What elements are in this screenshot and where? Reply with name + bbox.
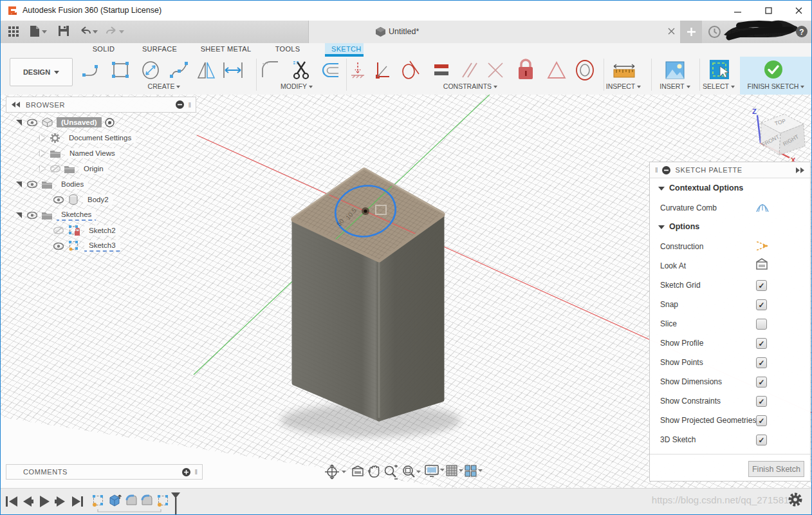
panel-grip[interactable]: ‖	[655, 166, 658, 174]
mirror-tool-icon[interactable]	[196, 60, 217, 80]
tree-label[interactable]: Named Views	[65, 148, 120, 158]
visibility-off-eye-icon[interactable]	[50, 165, 60, 173]
look-at-tool[interactable]	[353, 466, 363, 476]
timeline-fillet-feature[interactable]	[127, 496, 136, 505]
show-dimensions-checkbox[interactable]	[756, 377, 767, 388]
activate-component-radio-icon[interactable]	[105, 118, 115, 127]
measure-tool-icon[interactable]	[612, 61, 636, 79]
expand-panel-icon[interactable]	[796, 167, 805, 173]
palette-minimize-icon[interactable]	[662, 166, 670, 174]
sketch-grid-checkbox[interactable]	[756, 280, 767, 291]
create-group-label[interactable]: CREATE	[132, 82, 196, 91]
browser-minimize-icon[interactable]	[176, 100, 184, 109]
line-tool-icon[interactable]	[81, 60, 102, 80]
constraint-symmetry-icon[interactable]	[486, 61, 505, 80]
grid-display-tool[interactable]	[447, 465, 463, 476]
collapsed-arrow-icon[interactable]	[40, 135, 45, 141]
tree-label[interactable]: Sketch2	[84, 225, 120, 236]
pan-tool[interactable]	[369, 466, 379, 477]
constraint-polygon-icon[interactable]	[547, 61, 566, 80]
viewports-tool[interactable]	[465, 465, 483, 476]
visibility-off-eye-icon[interactable]	[53, 227, 64, 234]
offset-tool-icon[interactable]	[320, 60, 341, 80]
file-menu-icon[interactable]	[30, 26, 39, 37]
expanded-arrow-icon[interactable]	[16, 120, 22, 126]
workspace-design-dropdown[interactable]: DESIGN	[10, 58, 73, 86]
visibility-eye-icon[interactable]	[53, 196, 64, 203]
expanded-arrow-icon[interactable]	[16, 182, 22, 187]
contextual-options-section[interactable]: Contextual Options	[658, 183, 743, 192]
document-tab-close-icon[interactable]	[668, 28, 675, 35]
finish-sketch-check-icon[interactable]	[764, 60, 783, 79]
insert-image-icon[interactable]	[665, 60, 685, 80]
show-profile-checkbox[interactable]	[756, 338, 767, 349]
constraint-equal-icon[interactable]	[433, 62, 450, 78]
add-comment-icon[interactable]	[182, 468, 190, 476]
go-to-start-button[interactable]	[6, 496, 17, 507]
select-tool-icon[interactable]	[708, 59, 732, 82]
tree-row-root[interactable]: (Unsaved)	[6, 115, 196, 129]
tab-sheet-metal[interactable]: SHEET METAL	[194, 45, 258, 56]
constraint-parallel-icon[interactable]	[460, 61, 479, 80]
expanded-arrow-icon[interactable]	[16, 212, 22, 218]
collapsed-arrow-icon[interactable]	[40, 150, 45, 156]
view-cube[interactable]: Z X TOP FRONT RIGHT	[752, 108, 805, 164]
undo-caret[interactable]	[93, 30, 98, 33]
tree-label[interactable]: (Unsaved)	[57, 117, 102, 127]
sketch-dimension-tool-icon[interactable]	[221, 60, 245, 80]
comments-panel[interactable]: COMMENTS ‖	[6, 464, 203, 480]
constraint-perpendicular-icon[interactable]	[374, 61, 391, 80]
file-menu-caret[interactable]	[42, 30, 47, 33]
collapse-panel-icon[interactable]	[12, 102, 21, 108]
step-back-button[interactable]	[23, 496, 33, 507]
finish-sketch-label[interactable]: FINISH SKETCH	[741, 82, 811, 91]
tab-surface[interactable]: SURFACE	[137, 45, 182, 56]
collapsed-arrow-icon[interactable]	[40, 165, 45, 172]
display-settings-tool[interactable]	[425, 465, 445, 476]
tree-label[interactable]: Bodies	[57, 179, 88, 189]
timeline-sketch-feature[interactable]	[93, 495, 103, 507]
visibility-eye-icon[interactable]	[27, 212, 37, 219]
show-points-checkbox[interactable]	[756, 357, 767, 368]
visibility-eye-icon[interactable]	[27, 119, 37, 126]
new-document-tab-button[interactable]	[680, 21, 702, 43]
timeline-extrude-feature[interactable]	[110, 495, 122, 506]
undo-icon[interactable]	[79, 26, 91, 35]
tree-row-origin[interactable]: Origin	[6, 162, 196, 176]
3d-sketch-checkbox[interactable]	[756, 435, 767, 445]
constraint-horizontal-vertical-icon[interactable]	[350, 61, 367, 80]
visibility-eye-icon[interactable]	[27, 181, 37, 188]
modify-group-label[interactable]: MODIFY	[264, 82, 329, 91]
zoom-tool[interactable]	[385, 465, 398, 479]
tree-label[interactable]: Sketch3	[84, 240, 120, 252]
redo-icon[interactable]	[106, 26, 118, 35]
timeline-playhead[interactable]	[171, 492, 180, 514]
timeline-fillet-feature[interactable]	[142, 496, 152, 505]
help-icon[interactable]: ?	[796, 26, 807, 37]
tree-label[interactable]: Origin	[79, 164, 108, 174]
snap-checkbox[interactable]	[756, 299, 767, 310]
finish-sketch-button[interactable]: Finish Sketch	[748, 461, 804, 477]
show-projected-geometries-checkbox[interactable]	[756, 415, 767, 426]
browser-header[interactable]: BROWSER ‖	[6, 97, 196, 113]
tree-row-sketches[interactable]: Sketches	[6, 208, 196, 222]
body2-model[interactable]	[291, 168, 445, 419]
options-section[interactable]: Options	[658, 222, 699, 231]
tab-tools[interactable]: TOOLS	[268, 45, 307, 56]
tree-row-document-settings[interactable]: Document Settings	[6, 131, 196, 145]
look-at-icon[interactable]	[755, 258, 768, 270]
circle-tool-icon[interactable]	[140, 60, 161, 80]
rectangle-tool-icon[interactable]	[111, 60, 131, 80]
fillet-tool-icon[interactable]	[261, 60, 281, 80]
sketch-palette-header[interactable]: ‖ SKETCH PALETTE	[650, 162, 810, 178]
document-tab[interactable]: Untitled*	[308, 21, 681, 43]
tree-label[interactable]: Document Settings	[64, 133, 136, 143]
construction-icon[interactable]	[755, 239, 769, 252]
constraints-group-label[interactable]: CONSTRAINTS	[432, 82, 509, 91]
redo-caret[interactable]	[119, 30, 124, 33]
tree-row-body2[interactable]: Body2	[6, 192, 196, 207]
go-to-end-button[interactable]	[72, 496, 83, 507]
constraint-tangent-icon[interactable]	[401, 60, 420, 80]
show-constraints-checkbox[interactable]	[756, 396, 767, 407]
panel-grip[interactable]: ‖	[194, 468, 197, 476]
